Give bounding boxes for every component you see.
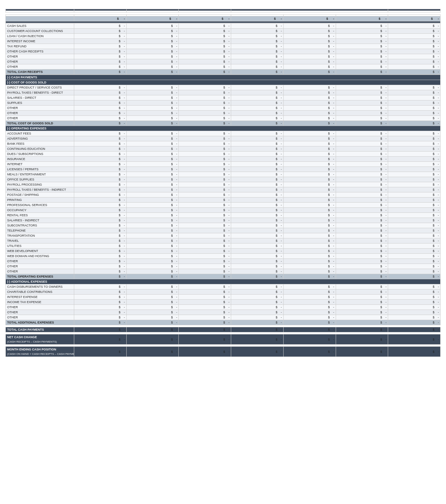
table-row: PAYROLL TAXES / BENEFITS - INDIRECT $ -$… <box>6 187 441 192</box>
row-label: LOAN / CASH INJECTION <box>6 34 74 39</box>
row-label: PAYROLL TAXES / BENEFITS - DIRECT <box>6 90 74 95</box>
table-row: OTHER $ -$ -$ -$ -$ -$ -$ - <box>6 269 441 274</box>
table-row: OTHER $ -$ -$ -$ -$ -$ -$ - <box>6 111 441 116</box>
row-label: OTHER <box>6 264 74 269</box>
table-row: PAYROLL TAXES / BENEFITS - DIRECT $ -$ -… <box>6 90 441 95</box>
operating-title: (-) OPERATING EXPENSES <box>6 126 441 131</box>
row-label: SUBCONTRACTORS <box>6 223 74 228</box>
operating-header: (-) OPERATING EXPENSES <box>6 126 441 131</box>
table-row: OTHER $ -$ -$ -$ -$ -$ -$ - <box>6 116 441 121</box>
cash-receipts-title <box>6 21 441 23</box>
total-label: TOTAL CASH RECEIPTS <box>6 69 74 75</box>
table-row: SUPPLIES $ -$ -$ -$ -$ -$ -$ - <box>6 100 441 106</box>
row-label: RENTAL FEES <box>6 213 74 218</box>
table-row: SUBCONTRACTORS $ -$ -$ -$ -$ -$ -$ - <box>6 223 441 228</box>
row-label: OTHER <box>6 269 74 274</box>
bb-val-7[interactable]: $ - <box>388 16 441 21</box>
bb-val-1[interactable]: $ - <box>74 16 127 21</box>
row-label: CUSTOMER ACCOUNT COLLECTIONS <box>6 29 74 34</box>
total-label: TOTAL ADDITIONAL EXPENSES <box>6 320 74 325</box>
row-label: TRAVEL <box>6 238 74 243</box>
row-label: DUES / SUBSCRIPTIONS <box>6 152 74 157</box>
row-label: MEALS / ENTERTAINMENT <box>6 172 74 177</box>
table-row: OTHER $ -$ -$ -$ -$ -$ -$ - <box>6 106 441 111</box>
row-label: POSTAGE / SHIPPING <box>6 192 74 198</box>
table-row: BANK FEES $ -$ -$ -$ -$ -$ -$ - <box>6 141 441 146</box>
row-label: OTHER <box>6 59 74 64</box>
row-label: CONTINUING EDUCATION <box>6 146 74 152</box>
table-row: WEB DOMAIN AND HOSTING $ -$ -$ -$ -$ -$ … <box>6 254 441 259</box>
table-row: TRAVEL $ -$ -$ -$ -$ -$ -$ - <box>6 238 441 243</box>
table-row: ACCOUNT FEES $ -$ -$ -$ -$ -$ -$ - <box>6 131 441 136</box>
bb-val-3[interactable]: $ - <box>179 16 231 21</box>
table-row: INTEREST EXPENSE $ -$ -$ -$ -$ -$ -$ - <box>6 295 441 300</box>
table-row: DIRECT PRODUCT / SERVICE COSTS $ -$ -$ -… <box>6 85 441 90</box>
row-label: OTHER <box>6 116 74 121</box>
row-label: WEB DEVELOPMENT <box>6 249 74 254</box>
table-row: PRINTING $ -$ -$ -$ -$ -$ -$ - <box>6 198 441 203</box>
total-row: TOTAL ADDITIONAL EXPENSES $ -$ -$ -$ -$ … <box>6 320 441 325</box>
row-label: CHARITABLE CONTRIBUTIONS <box>6 289 74 295</box>
row-label: INTERNET <box>6 162 74 167</box>
row-label: PROFESSIONAL SERVICES <box>6 203 74 208</box>
row-label: SALARIES - DIRECT <box>6 95 74 100</box>
total-cash-payments-row: TOTAL CASH PAYMENTS $ -$ -$ -$ -$ -$ -$ … <box>6 327 441 332</box>
table-row: ADVERTISING $ -$ -$ -$ -$ -$ -$ - <box>6 136 441 141</box>
net-cash-label: NET CASH CHANGE(CASH RECEIPTS – CASH PAY… <box>6 334 74 345</box>
table-row: CHARITABLE CONTRIBUTIONS $ -$ -$ -$ -$ -… <box>6 289 441 295</box>
cash-payments-title: (-) CASH PAYMENTS <box>6 75 441 80</box>
row-label: PAYROLL TAXES / BENEFITS - INDIRECT <box>6 187 74 192</box>
row-label: OTHER <box>6 54 74 59</box>
table-row: POSTAGE / SHIPPING $ -$ -$ -$ -$ -$ -$ - <box>6 192 441 198</box>
row-label: TRANSPORTATION <box>6 233 74 238</box>
table-row: TAX REFUND $ -$ -$ -$ -$ -$ -$ - <box>6 44 441 49</box>
table-row: SALARIES - INDIRECT $ -$ -$ -$ -$ -$ -$ … <box>6 218 441 223</box>
row-label: OTHER <box>6 305 74 310</box>
additional-title: (-) ADDITIONAL EXPENSES <box>6 279 441 284</box>
table-row: LICENSES / PERMITS $ -$ -$ -$ -$ -$ -$ - <box>6 167 441 172</box>
bb-val-5[interactable]: $ - <box>283 16 336 21</box>
row-label: OCCUPANCY <box>6 208 74 213</box>
table-row: MEALS / ENTERTAINMENT $ -$ -$ -$ -$ -$ -… <box>6 172 441 177</box>
row-label: BANK FEES <box>6 141 74 146</box>
row-label: INCOME TAX EXPENSE <box>6 300 74 305</box>
table-row: PAYROLL PROCESSING $ -$ -$ -$ -$ -$ -$ - <box>6 182 441 187</box>
row-label: OTHER CASH RECEIPTS <box>6 49 74 54</box>
table-row: OTHER $ -$ -$ -$ -$ -$ -$ - <box>6 64 441 69</box>
row-label: OTHER <box>6 315 74 320</box>
table-row: INTERNET $ -$ -$ -$ -$ -$ -$ - <box>6 162 441 167</box>
table-row: OTHER $ -$ -$ -$ -$ -$ -$ - <box>6 54 441 59</box>
table-row: TRANSPORTATION $ -$ -$ -$ -$ -$ -$ - <box>6 233 441 238</box>
total-row: TOTAL COST OF GOODS SOLD $ -$ -$ -$ -$ -… <box>6 121 441 126</box>
total-row: TOTAL OPERATING EXPENSES $ -$ -$ -$ -$ -… <box>6 274 441 279</box>
table-row: OCCUPANCY $ -$ -$ -$ -$ -$ -$ - <box>6 208 441 213</box>
beginning-balance-row: $ - $ - $ - $ - $ - $ - $ - <box>6 16 441 21</box>
row-label: OFFICE SUPPLIES <box>6 177 74 182</box>
row-label: WEB DOMAIN AND HOSTING <box>6 254 74 259</box>
row-label: SALARIES - INDIRECT <box>6 218 74 223</box>
bb-val-2[interactable]: $ - <box>126 16 179 21</box>
row-label: OTHER <box>6 106 74 111</box>
row-label: PRINTING <box>6 198 74 203</box>
row-label: OTHER <box>6 259 74 264</box>
table-row: SALARIES - DIRECT $ -$ -$ -$ -$ -$ -$ - <box>6 95 441 100</box>
table-row: OTHER $ -$ -$ -$ -$ -$ -$ - <box>6 259 441 264</box>
cash-receipts-header <box>6 21 441 23</box>
row-label: SUPPLIES <box>6 100 74 106</box>
table-row: CONTINUING EDUCATION $ -$ -$ -$ -$ -$ -$… <box>6 146 441 152</box>
bb-val-6[interactable]: $ - <box>336 16 388 21</box>
total-label: TOTAL COST OF GOODS SOLD <box>6 121 74 126</box>
cogs-header: (-) COST OF GOODS SOLD <box>6 80 441 85</box>
table-row: PROFESSIONAL SERVICES $ -$ -$ -$ -$ -$ -… <box>6 203 441 208</box>
table-row: INSURANCE $ -$ -$ -$ -$ -$ -$ - <box>6 157 441 162</box>
row-label: INTEREST EXPENSE <box>6 295 74 300</box>
dollar-icon: $ - <box>117 17 125 20</box>
month-end-row: MONTH ENDING CASH POSITION(CASH ON HAND … <box>6 347 441 357</box>
beginning-balance-label <box>6 16 74 21</box>
row-label: CASH SALES <box>6 23 74 29</box>
row-label: TELEPHONE <box>6 228 74 233</box>
row-label: PAYROLL PROCESSING <box>6 182 74 187</box>
table-row: DUES / SUBSCRIPTIONS $ -$ -$ -$ -$ -$ -$… <box>6 152 441 157</box>
total-label: TOTAL OPERATING EXPENSES <box>6 274 74 279</box>
bb-val-4[interactable]: $ - <box>231 16 284 21</box>
